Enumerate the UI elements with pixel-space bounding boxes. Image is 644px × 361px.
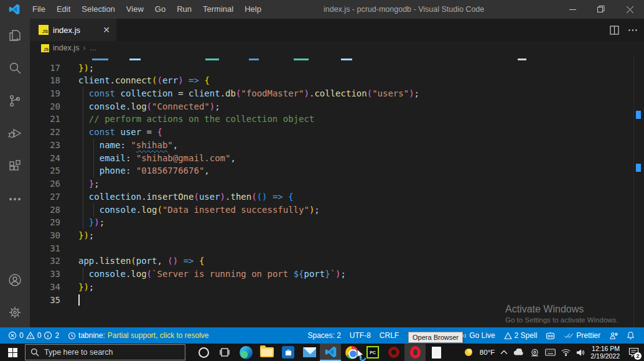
indentation-indicator[interactable]: Spaces: 2 [303, 327, 345, 344]
code-line-33[interactable]: 33 console.log(`Server is running on por… [30, 268, 644, 281]
code-line-23[interactable]: 23 name: "shihab", [30, 139, 644, 152]
code-line-28[interactable]: 28 console.log("Data inserted successful… [30, 204, 644, 217]
weather-temperature[interactable]: 80°F [480, 349, 495, 356]
line-number-20[interactable]: 20 [30, 100, 60, 113]
meet-now-icon[interactable] [530, 349, 539, 357]
line-number-32[interactable]: 32 [30, 255, 60, 268]
run-debug-icon[interactable] [7, 126, 22, 141]
tabnine-status-item[interactable]: tabnine: Partial support, click to resol… [63, 327, 213, 344]
settings-gear-icon[interactable] [7, 305, 22, 320]
opera-gx-button[interactable] [383, 344, 404, 361]
code-line-34[interactable]: 34}); [30, 281, 644, 294]
split-editor-icon[interactable] [610, 26, 619, 35]
weather-icon[interactable] [463, 347, 474, 358]
double-check-icon [564, 332, 574, 339]
taskbar-search-input[interactable]: Type here to search [25, 344, 185, 360]
onedrive-cloud-icon[interactable] [513, 349, 525, 356]
code-line-29[interactable]: 29 }); [30, 216, 644, 229]
cortana-button[interactable] [193, 344, 214, 361]
code-line-24[interactable]: 24 email: "shihab@gmail.com", [30, 152, 644, 165]
robot-icon [546, 332, 555, 340]
mail-button[interactable] [299, 344, 320, 361]
code-line-30[interactable]: 30}); [30, 229, 644, 242]
line-number-21[interactable]: 21 [30, 113, 60, 126]
start-button[interactable] [0, 344, 25, 361]
vscode-taskbar-button[interactable] [320, 344, 341, 361]
line-number-35[interactable]: 35 [30, 294, 60, 307]
edge-button[interactable] [235, 344, 256, 361]
line-number-30[interactable]: 30 [30, 229, 60, 242]
breadcrumb-file[interactable]: index.js [53, 44, 79, 52]
line-number-29[interactable]: 29 [30, 216, 60, 229]
tabnine-robot-button[interactable] [541, 327, 559, 344]
code-line-17[interactable]: 17}); [30, 62, 644, 75]
line-number-19[interactable]: 19 [30, 87, 60, 100]
code-line-20[interactable]: 20 console.log("Connected"); [30, 100, 644, 113]
line-number-26[interactable]: 26 [30, 177, 60, 190]
menu-go[interactable]: Go [149, 0, 171, 19]
code-line-31[interactable]: 31 [30, 242, 644, 255]
minimize-button[interactable] [558, 0, 587, 19]
menu-help[interactable]: Help [239, 0, 267, 19]
breadcrumb-more[interactable]: … [89, 44, 96, 52]
code-line-27[interactable]: 27 collection.insertOne(user).then(() =>… [30, 190, 644, 204]
line-number-28[interactable]: 28 [30, 204, 60, 217]
taskbar-clock[interactable]: 12:16 PM 2/19/2022 [590, 345, 620, 360]
code-line-25[interactable]: 25 phone: "01856776676", [30, 164, 644, 177]
explorer-icon[interactable] [7, 28, 22, 43]
line-number-18[interactable]: 18 [30, 74, 60, 87]
code-line-22[interactable]: 22 const user = { [30, 126, 644, 139]
line-number-24[interactable]: 24 [30, 152, 60, 165]
menu-terminal[interactable]: Terminal [197, 0, 239, 19]
extensions-icon[interactable] [7, 159, 22, 174]
menu-file[interactable]: File [27, 0, 51, 19]
code-line-18[interactable]: 18client.connect((err) => { [30, 74, 644, 87]
line-number-31[interactable]: 31 [30, 242, 60, 255]
wifi-icon[interactable] [561, 349, 571, 356]
line-number-22[interactable]: 22 [30, 126, 60, 139]
action-center-button[interactable]: 2 [625, 344, 642, 361]
tray-chevron-up-icon[interactable] [500, 350, 508, 355]
search-icon[interactable] [7, 60, 22, 75]
prettier-button[interactable]: Prettier [559, 327, 605, 344]
keyboard-language-icon[interactable] [545, 349, 556, 356]
file-explorer-button[interactable] [256, 344, 278, 361]
menu-run[interactable]: Run [171, 0, 197, 19]
line-number-33[interactable]: 33 [30, 268, 60, 281]
line-number-25[interactable]: 25 [30, 164, 60, 177]
line-number-23[interactable]: 23 [30, 139, 60, 152]
code-line-32[interactable]: 32app.listen(port, () => { [30, 255, 644, 268]
problems-indicator[interactable]: 0 0 2 [4, 327, 63, 344]
tab-close-icon[interactable]: ✕ [103, 25, 110, 35]
mail-icon [303, 347, 316, 357]
scrollbar-track[interactable] [633, 55, 634, 327]
opera-button[interactable] [404, 344, 426, 361]
tab-indexjs[interactable]: JS index.js ✕ [30, 19, 116, 41]
menu-view[interactable]: View [121, 0, 149, 19]
volume-icon[interactable] [576, 349, 585, 357]
line-number-34[interactable]: 34 [30, 281, 60, 294]
line-number-17[interactable]: 17 [30, 62, 60, 75]
accounts-icon[interactable] [7, 273, 22, 288]
code-line-19[interactable]: 19 const collection = client.db("foodMas… [30, 87, 644, 100]
close-window-button[interactable] [615, 0, 644, 19]
menu-selection[interactable]: Selection [76, 0, 120, 19]
eol-indicator[interactable]: CRLF [375, 327, 403, 344]
editor-more-actions-icon[interactable] [628, 26, 638, 35]
notifications-bell-button[interactable] [622, 327, 639, 344]
line-number-27[interactable]: 27 [30, 190, 60, 204]
more-views-icon[interactable] [7, 192, 22, 207]
task-view-button[interactable] [214, 344, 235, 361]
source-control-icon[interactable] [7, 93, 22, 108]
code-editor[interactable]: 17});18client.connect((err) => {19 const… [30, 55, 644, 327]
breadcrumb[interactable]: JS index.js › … [30, 41, 644, 55]
menu-edit[interactable]: Edit [51, 0, 76, 19]
code-line-26[interactable]: 26 }; [30, 177, 644, 190]
notepad-button[interactable] [426, 344, 447, 361]
microsoft-store-button[interactable] [278, 344, 299, 361]
feedback-button[interactable] [605, 327, 622, 344]
restore-button[interactable] [587, 0, 615, 19]
spell-checker-button[interactable]: 2 Spell [500, 327, 542, 344]
code-line-21[interactable]: 21 // perform actions on the collection … [30, 113, 644, 126]
encoding-indicator[interactable]: UTF-8 [345, 327, 375, 344]
